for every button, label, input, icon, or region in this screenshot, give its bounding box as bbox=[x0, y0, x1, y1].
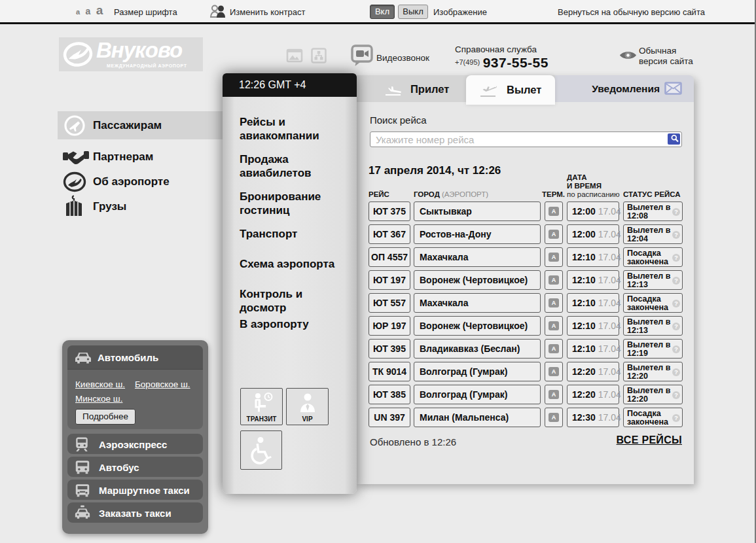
flight-row: ОП 4557 Махачкала А 12:10 17.04 Посадка … bbox=[357, 247, 694, 270]
plane-takeoff-icon bbox=[479, 82, 497, 97]
flight-number-cell: ТК 9014 bbox=[369, 362, 410, 381]
order-taxi-item[interactable]: Заказать такси bbox=[67, 502, 203, 523]
passengers-icon bbox=[63, 114, 86, 137]
status-help-icon[interactable]: ? bbox=[672, 231, 680, 239]
menu-item-airport-map[interactable]: Схема аэропорта bbox=[240, 257, 348, 271]
status-help-icon[interactable]: ? bbox=[672, 345, 680, 353]
transit-icon bbox=[249, 392, 275, 414]
sidebar-item-partners[interactable]: Партнерам bbox=[63, 145, 223, 169]
sidebar-item-passengers[interactable]: Пассажирам bbox=[63, 113, 223, 138]
menu-item-transport[interactable]: Транспорт bbox=[240, 227, 348, 241]
notifications-tab[interactable]: Уведомления bbox=[555, 75, 694, 102]
column-header-flight: РЕЙС bbox=[369, 190, 389, 198]
kievskoe-highway-link[interactable]: Киевское ш. bbox=[75, 379, 125, 389]
column-header-date2: И ВРЕМЯ bbox=[567, 182, 602, 190]
image-version-icon[interactable] bbox=[286, 48, 303, 66]
video-call-icon[interactable] bbox=[351, 44, 373, 69]
column-header-status: СТАТУС РЕЙСА bbox=[623, 190, 681, 198]
video-call-link[interactable]: Видеозвонок bbox=[376, 53, 429, 63]
time-cell: 12:30 17.04 bbox=[567, 408, 619, 427]
logo-bird-icon bbox=[63, 41, 93, 71]
train-icon bbox=[74, 436, 90, 453]
tab-strip: Уведомления Прилет bbox=[357, 75, 694, 102]
shuttle-item[interactable]: Маршрутное такси bbox=[67, 480, 203, 500]
terminal-cell: А bbox=[545, 362, 563, 381]
flight-search-input[interactable] bbox=[370, 131, 682, 147]
flight-number-cell: ЮР 197 bbox=[369, 316, 410, 336]
time-cell: 12:10 17.04 bbox=[567, 293, 619, 313]
flight-number-cell: ЮТ 197 bbox=[369, 270, 410, 290]
back-to-normal-version-link[interactable]: Вернуться на обычную версию сайта bbox=[558, 7, 705, 17]
normal-version-line1: Обычная bbox=[639, 46, 676, 56]
sitemap-icon[interactable] bbox=[311, 48, 327, 66]
transport-widget: Автомобиль Киевское ш. Боровское ш. Минс… bbox=[62, 340, 208, 534]
vip-button[interactable]: VIP bbox=[286, 388, 329, 425]
flight-rows: ЮТ 375 Сыктывкар А 12:00 17.04 Вылетел в… bbox=[357, 201, 694, 430]
terminal-badge: А bbox=[549, 367, 559, 376]
images-on-button[interactable]: Вкл bbox=[370, 5, 395, 19]
transit-button[interactable]: ТРАНЗИТ bbox=[240, 388, 283, 425]
time-cell: 12:10 17.04 bbox=[567, 247, 619, 267]
aeroexpress-item[interactable]: Аэроэкспресс bbox=[67, 434, 203, 454]
change-contrast-link[interactable]: Изменить контраст bbox=[230, 7, 305, 17]
terminal-badge: А bbox=[549, 230, 559, 239]
flight-row: ЮР 197 Воронеж (Чертовицкое) А 12:10 17.… bbox=[357, 316, 694, 339]
search-button[interactable] bbox=[668, 133, 680, 145]
status-help-icon[interactable]: ? bbox=[672, 254, 680, 262]
terminal-cell: А bbox=[545, 316, 563, 336]
handshake-icon bbox=[63, 148, 89, 166]
menu-item-flights-airlines[interactable]: Рейсы и авиакомпании bbox=[240, 115, 348, 143]
status-help-icon[interactable]: ? bbox=[672, 208, 680, 216]
flight-number-cell: ОП 4557 bbox=[369, 247, 410, 267]
accessibility-bar: а а а Размер шрифта Изменить контраст Вк… bbox=[0, 0, 755, 24]
flight-board: Уведомления Прилет bbox=[357, 75, 694, 484]
status-cell: Вылетел в 12:13 ? bbox=[623, 270, 683, 290]
font-size-small-button[interactable]: а bbox=[76, 8, 80, 16]
terminal-cell: А bbox=[545, 339, 563, 359]
status-help-icon[interactable]: ? bbox=[672, 391, 680, 399]
font-size-switcher: а а а bbox=[76, 3, 105, 18]
bus-icon bbox=[74, 459, 91, 475]
status-cell: Вылетел в 12:08 ? bbox=[623, 201, 683, 221]
images-off-button[interactable]: Выкл bbox=[398, 5, 428, 19]
terminal-cell: А bbox=[545, 293, 563, 313]
font-size-medium-button[interactable]: а bbox=[86, 6, 91, 16]
vnukovo-logo[interactable]: Внуково МЕЖДУНАРОДНЫЙ АЭРОПОРТ bbox=[59, 37, 203, 71]
tab-arrivals[interactable]: Прилет bbox=[376, 75, 461, 102]
terminal-badge: А bbox=[549, 344, 559, 353]
menu-item-control-inspection[interactable]: Контроль и досмотр bbox=[240, 287, 348, 315]
font-size-large-button[interactable]: а bbox=[96, 3, 103, 17]
terminal-badge: А bbox=[549, 253, 559, 262]
status-cell: Вылетел в 12:20 ? bbox=[623, 385, 683, 404]
city-cell: Махачкала bbox=[414, 247, 541, 267]
tab-departures[interactable]: Вылет bbox=[466, 75, 555, 105]
minskoe-highway-link[interactable]: Минское ш. bbox=[75, 394, 122, 404]
sidebar-item-cargo[interactable]: Грузы bbox=[63, 194, 223, 219]
menu-item-at-airport[interactable]: В аэропорту bbox=[240, 317, 348, 331]
menu-item-hotel-booking[interactable]: Бронирование гостиниц bbox=[240, 190, 348, 217]
car-section-header[interactable]: Автомобиль bbox=[67, 345, 203, 370]
sidebar-item-label: Партнерам bbox=[93, 150, 153, 164]
status-help-icon[interactable]: ? bbox=[672, 323, 680, 330]
sidebar-item-about[interactable]: Об аэропорте bbox=[63, 169, 223, 194]
normal-version-link[interactable]: Обычная версия сайта bbox=[639, 46, 693, 67]
status-cell: Посадка закончена ? bbox=[623, 293, 683, 313]
flight-row: ЮТ 375 Сыктывкар А 12:00 17.04 Вылетел в… bbox=[357, 201, 694, 224]
accessibility-wheelchair-button[interactable] bbox=[240, 430, 282, 470]
status-help-icon[interactable]: ? bbox=[672, 300, 680, 307]
status-help-icon[interactable]: ? bbox=[672, 277, 680, 285]
status-help-icon[interactable]: ? bbox=[672, 414, 680, 422]
logo-title: Внуково bbox=[96, 38, 182, 63]
borovskoe-highway-link[interactable]: Боровское ш. bbox=[135, 379, 190, 389]
status-help-icon[interactable]: ? bbox=[672, 368, 680, 376]
city-cell: Сыктывкар bbox=[414, 201, 541, 221]
bus-item[interactable]: Автобус bbox=[67, 457, 203, 477]
phone-number: 937-55-55 bbox=[483, 55, 549, 70]
flight-number-cell: UN 397 bbox=[369, 408, 410, 427]
terminal-cell: А bbox=[545, 247, 563, 267]
menu-item-ticket-sales[interactable]: Продажа авиабилетов bbox=[240, 152, 348, 180]
all-flights-link[interactable]: ВСЕ РЕЙСЫ bbox=[617, 434, 682, 446]
plane-landing-icon bbox=[384, 81, 403, 96]
flight-number-cell: ЮТ 375 bbox=[369, 201, 410, 221]
more-details-button[interactable]: Подробнее bbox=[75, 409, 135, 425]
